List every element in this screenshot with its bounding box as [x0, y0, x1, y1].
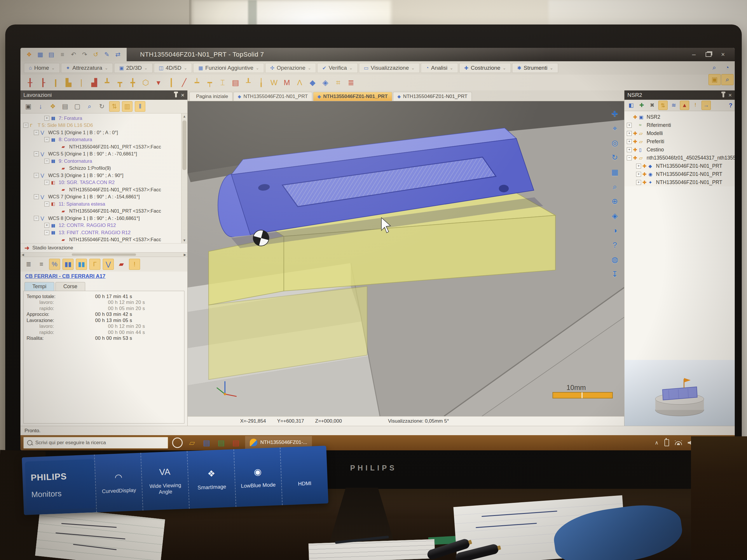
- spotlight-icon[interactable]: ◎: [609, 137, 621, 149]
- usb-icon[interactable]: [664, 439, 669, 446]
- ribbon-tool-icon[interactable]: ▟: [89, 77, 99, 88]
- ribbon-tool-icon[interactable]: ≣: [346, 77, 356, 88]
- expander-icon[interactable]: +: [636, 172, 641, 177]
- expander-icon[interactable]: +: [44, 116, 49, 121]
- close-button[interactable]: ×: [717, 50, 729, 59]
- scroll-down-icon[interactable]: ▼: [181, 237, 187, 243]
- timing-tab[interactable]: Corse: [55, 282, 85, 291]
- scroll-left-icon[interactable]: ◀: [22, 253, 24, 257]
- cortana-button[interactable]: [172, 437, 183, 448]
- tree-row[interactable]: + ▮▮ 7: Foratura: [20, 115, 181, 122]
- close-panel-icon[interactable]: ×: [181, 92, 184, 99]
- project-tree-row[interactable]: + ✚ ▱ Modelli: [624, 129, 735, 137]
- expander-icon[interactable]: −: [34, 151, 39, 156]
- ribbon-tool-icon[interactable]: ┻: [102, 77, 112, 88]
- project-tree-row[interactable]: + ✚ ✦ NTH1355046FZ01-N01_PRT: [624, 178, 735, 186]
- project-tree-row[interactable]: + ≈ Riferimenti: [624, 121, 735, 129]
- save-icon[interactable]: ▦: [35, 50, 45, 59]
- help-icon[interactable]: ?: [609, 239, 621, 250]
- ribbon-tool-icon[interactable]: ⌶: [218, 77, 228, 88]
- ribbon-tool-icon[interactable]: ┸: [243, 77, 253, 88]
- expander-icon[interactable]: −: [34, 130, 39, 135]
- ribbon-tab[interactable]: ◔ Analisi ⌄: [421, 63, 458, 73]
- project-tree-row[interactable]: ✚ ▣ NSR2: [624, 113, 735, 121]
- help-icon[interactable]: ?: [729, 102, 732, 109]
- go-icon[interactable]: →: [701, 101, 711, 110]
- search-binoculars-icon[interactable]: ⌕: [85, 102, 95, 111]
- redo-icon[interactable]: ↷: [80, 50, 89, 59]
- ribbon-tool-icon[interactable]: ▤: [231, 77, 240, 88]
- timing-tab[interactable]: Tempi: [25, 282, 54, 291]
- orbit-icon[interactable]: ↻: [609, 152, 621, 163]
- tree-row[interactable]: − ⋁ WCS 8 [Origine 1 | B : 90° ; A : -16…: [20, 215, 181, 222]
- new-document-icon[interactable]: ▢: [72, 102, 82, 111]
- warning-icon[interactable]: !: [691, 101, 700, 109]
- blue-app-icon[interactable]: ▤: [201, 437, 212, 448]
- tree-row[interactable]: ▰ NTH1355046FZ01-N01_PRT <1537>:Facc: [20, 186, 181, 193]
- camera-icon[interactable]: ▣: [709, 74, 721, 85]
- move-origin-icon[interactable]: ⌖: [609, 123, 621, 134]
- ribbon-tool-icon[interactable]: ┳: [115, 77, 125, 88]
- tree-row[interactable]: − ▮▮ 8: Contornatura: [20, 136, 181, 143]
- hscroll-thumb[interactable]: [72, 254, 136, 256]
- project-tree-row[interactable]: + ✚ ▯ Cestino: [624, 145, 735, 154]
- tree-row[interactable]: − Γ T 5: Side Mill D6 L16 SD6: [20, 122, 181, 129]
- scroll-thumb[interactable]: [182, 121, 186, 170]
- switch-icon[interactable]: ⇄: [113, 50, 123, 59]
- viewports-icon[interactable]: ▦: [609, 166, 621, 178]
- ribbon-tool-icon[interactable]: W: [269, 77, 279, 88]
- ribbon-tab[interactable]: ◫ 4D/5D ⌄: [154, 63, 192, 73]
- red-app-icon[interactable]: ▤: [231, 437, 241, 448]
- wifi-icon[interactable]: [675, 441, 682, 445]
- edit-icon[interactable]: ✎: [102, 50, 111, 59]
- ribbon-tool-icon[interactable]: ╋: [128, 77, 138, 88]
- ribbon-tab[interactable]: ▦ Funzioni Aggiuntive ⌄: [193, 63, 264, 73]
- document-tab[interactable]: Pagina iniziale: [189, 92, 233, 101]
- tree-row[interactable]: − ⋁ WCS 1 [Origine 1 | B : 0° ; A : 0°]: [20, 129, 181, 136]
- tree-row[interactable]: − ⋁ WCS 7 [Origine 1 | B : 90° ; A : -15…: [20, 193, 181, 201]
- scroll-right-icon[interactable]: ▶: [184, 253, 186, 257]
- geometry-icon[interactable]: ▰: [116, 259, 127, 269]
- ribbon-tool-icon[interactable]: ┯: [205, 77, 215, 88]
- ribbon-tool-icon[interactable]: M: [282, 77, 292, 88]
- project-tree-row[interactable]: − ✚ ▱ nth1355046fz01_4502544317_nth13550…: [624, 154, 735, 162]
- ribbon-tool-icon[interactable]: ╽: [256, 77, 266, 88]
- tree-row[interactable]: − ◧ 11: Spianatura estesa: [20, 201, 181, 208]
- percent-feed-icon[interactable]: %: [49, 259, 60, 270]
- pin-icon[interactable]: [175, 93, 177, 98]
- sort-icon[interactable]: ⇅: [658, 101, 668, 110]
- expander-icon[interactable]: −: [44, 180, 49, 185]
- pan-icon[interactable]: ✚: [609, 108, 621, 119]
- tree-row[interactable]: − ▮▮ 13: FINIT .CONTR. RAGGIO R12: [20, 229, 181, 236]
- render-style-icon[interactable]: ◑: [609, 225, 621, 236]
- operations2-icon[interactable]: ▮▮: [76, 259, 87, 270]
- ribbon-tool-icon[interactable]: ◈: [320, 77, 330, 88]
- ribbon-tab[interactable]: ✔ Verifica ⌄: [317, 63, 357, 73]
- tree-row[interactable]: − ▮▮ 9: Contornatura: [20, 158, 181, 165]
- pause-icon[interactable]: ‖: [135, 101, 145, 112]
- viewport-3d[interactable]: 10mm ✚⌖◎↻▦⌕⊕◈◑?◍↧: [188, 101, 624, 416]
- wcs-icon[interactable]: ⋁: [103, 259, 114, 270]
- back-icon[interactable]: ↺: [91, 50, 100, 59]
- binoculars-icon[interactable]: ⌕: [721, 74, 733, 85]
- tree-scrollbar[interactable]: ▲ ▼: [181, 113, 187, 243]
- expander-icon[interactable]: −: [44, 159, 49, 164]
- tree-row[interactable]: − ⋁ WCS 3 [Origine 1 | B : 90° ; A : 90°…: [20, 172, 181, 179]
- expander-icon[interactable]: −: [34, 216, 39, 221]
- refresh-icon[interactable]: ↻: [97, 102, 107, 111]
- ribbon-tab[interactable]: ▣ 2D/3D ⌄: [114, 63, 153, 73]
- project-tree-row[interactable]: + ✚ ◉ NTH1355046FZ01-N01_PRT: [624, 170, 735, 178]
- expander-icon[interactable]: −: [23, 123, 28, 128]
- alert-tool-icon[interactable]: !: [129, 259, 140, 270]
- expander-icon[interactable]: +: [44, 223, 49, 228]
- ribbon-tab[interactable]: ✣ Operazione ⌄: [265, 63, 316, 73]
- document-tab[interactable]: ◆ NTH1355046FZ01-N01_PRT: [393, 92, 472, 101]
- expander-icon[interactable]: −: [44, 137, 49, 142]
- ribbon-tab[interactable]: ✚ Costruzione ⌄: [459, 63, 511, 73]
- close-panel-icon[interactable]: ×: [728, 92, 732, 99]
- close-project-icon[interactable]: ✖: [648, 101, 656, 109]
- ribbon-tab[interactable]: ▭ Visualizzazione ⌄: [359, 63, 420, 73]
- filter-icon[interactable]: ▥: [122, 101, 132, 112]
- tree-row[interactable]: ▰ Schizzo 1:Profilo(9): [20, 165, 181, 172]
- operations-icon[interactable]: ▮▮: [62, 259, 74, 270]
